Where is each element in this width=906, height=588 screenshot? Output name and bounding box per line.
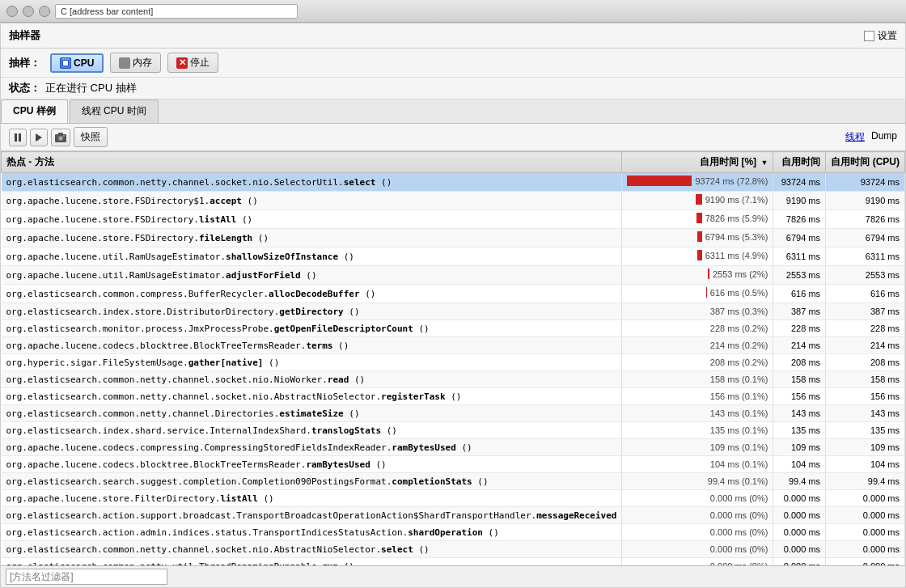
self-time-cell: 135 ms xyxy=(773,422,826,439)
table-row[interactable]: org.apache.lucene.store.FSDirectory$1.ac… xyxy=(2,192,905,210)
bar-cell: 214 ms (0.2%) xyxy=(622,337,773,354)
table-row[interactable]: org.elasticsearch.common.netty.channel.s… xyxy=(2,173,905,192)
table-row[interactable]: org.elasticsearch.common.compress.Buffer… xyxy=(2,285,905,303)
resume-button[interactable] xyxy=(30,129,48,146)
self-time-cell: 616 ms xyxy=(773,285,826,303)
self-pct-value: 2553 ms (2%) xyxy=(713,269,768,279)
method-cell: org.apache.lucene.util.RamUsageEstimator… xyxy=(2,247,622,266)
cpu-icon xyxy=(60,57,71,69)
cpu-svg-icon xyxy=(61,58,70,68)
table-row[interactable]: org.elasticsearch.action.admin.indices.s… xyxy=(2,524,905,541)
self-cpu-cell: 104 ms xyxy=(826,456,905,473)
self-pct-value: 616 ms (0.5%) xyxy=(710,288,768,298)
self-cpu-cell: 158 ms xyxy=(826,371,905,388)
self-pct-value: 214 ms (0.2%) xyxy=(710,341,768,350)
svg-rect-10 xyxy=(58,133,63,135)
method-cell: org.elasticsearch.monitor.process.JmxPro… xyxy=(2,320,622,337)
thread-link[interactable]: 线程 xyxy=(845,130,865,144)
cpu-button[interactable]: CPU xyxy=(50,53,104,73)
self-cpu-cell: 0.000 ms xyxy=(826,490,905,507)
table-row[interactable]: org.elasticsearch.common.netty.channel.s… xyxy=(2,371,905,388)
bar-cell: 0.000 ms (0%) xyxy=(622,541,773,558)
controls-left: 快照 xyxy=(9,127,108,147)
self-time-cell: 93724 ms xyxy=(773,173,826,192)
cpu-btn-label: CPU xyxy=(74,57,94,69)
self-time-cell: 0.000 ms xyxy=(773,507,826,524)
settings-checkbox[interactable] xyxy=(864,31,874,41)
table-row[interactable]: org.apache.lucene.util.RamUsageEstimator… xyxy=(2,247,905,266)
snapshot-button[interactable]: 快照 xyxy=(74,127,108,147)
camera-button[interactable] xyxy=(51,129,70,146)
titlebar-btn-3[interactable] xyxy=(39,6,50,17)
bar-cell: 9190 ms (7.1%) xyxy=(622,192,773,210)
method-cell: org.elasticsearch.common.netty.channel.s… xyxy=(2,371,622,388)
self-cpu-cell: 135 ms xyxy=(826,422,905,439)
table-row[interactable]: org.elasticsearch.common.netty.channel.s… xyxy=(2,388,905,405)
table-row[interactable]: org.elasticsearch.monitor.process.JmxPro… xyxy=(2,320,905,337)
table-row[interactable]: org.apache.lucene.store.FilterDirectory.… xyxy=(2,490,905,507)
titlebar-btn-2[interactable] xyxy=(23,6,34,17)
table-row[interactable]: org.apache.lucene.codecs.blocktree.Block… xyxy=(2,337,905,354)
table-row[interactable]: org.elasticsearch.common.netty.channel.D… xyxy=(2,405,905,422)
self-pct-value: 135 ms (0.1%) xyxy=(710,425,768,435)
method-cell: org.apache.lucene.store.FilterDirectory.… xyxy=(2,490,622,507)
method-cell: org.elasticsearch.index.store.Distributo… xyxy=(2,303,622,320)
stop-btn-label: 停止 xyxy=(190,56,210,70)
bar-cell: 109 ms (0.1%) xyxy=(622,439,773,456)
svg-point-11 xyxy=(63,135,65,137)
memory-icon xyxy=(119,57,130,69)
dump-label[interactable]: Dump xyxy=(871,130,897,144)
method-cell: org.elasticsearch.search.suggest.complet… xyxy=(2,473,622,490)
settings-area: 设置 xyxy=(864,29,897,43)
progress-bar xyxy=(627,176,692,186)
titlebar-btn-1[interactable] xyxy=(6,6,18,17)
col-header-self-pct[interactable]: 自用时间 [%] ▼ xyxy=(622,152,773,173)
table-row[interactable]: org.apache.lucene.codecs.compressing.Com… xyxy=(2,439,905,456)
self-time-cell: 228 ms xyxy=(773,320,826,337)
table-row[interactable]: org.elasticsearch.index.shard.service.In… xyxy=(2,422,905,439)
self-time-cell: 0.000 ms xyxy=(773,541,826,558)
table-row[interactable]: org.apache.lucene.store.FSDirectory.list… xyxy=(2,210,905,229)
tab-thread-cpu-time[interactable]: 线程 CPU 时间 xyxy=(70,99,159,123)
table-row[interactable]: org.elasticsearch.index.store.Distributo… xyxy=(2,303,905,320)
table-row[interactable]: org.elasticsearch.search.suggest.complet… xyxy=(2,473,905,490)
bar-cell: 0.000 ms (0%) xyxy=(622,524,773,541)
data-table-container[interactable]: 热点 - 方法 自用时间 [%] ▼ 自用时间 自用时间 (CPU) org.e… xyxy=(1,151,905,565)
self-time-cell: 2553 ms xyxy=(773,266,826,285)
method-filter-input[interactable] xyxy=(6,569,167,585)
table-row[interactable]: org.elasticsearch.common.netty.util.Thre… xyxy=(2,558,905,566)
tabs-row: CPU 样例 线程 CPU 时间 xyxy=(1,99,905,124)
tab-cpu-sample[interactable]: CPU 样例 xyxy=(1,99,68,123)
progress-bar xyxy=(697,231,702,242)
self-cpu-cell: 214 ms xyxy=(826,337,905,354)
pause-button[interactable] xyxy=(9,129,27,146)
table-row[interactable]: org.apache.lucene.codecs.blocktree.Block… xyxy=(2,456,905,473)
method-cell: org.elasticsearch.common.netty.channel.s… xyxy=(2,541,622,558)
table-row[interactable]: org.apache.lucene.store.FSDirectory.file… xyxy=(2,229,905,247)
table-row[interactable]: org.apache.lucene.util.RamUsageEstimator… xyxy=(2,266,905,285)
self-time-cell: 0.000 ms xyxy=(773,490,826,507)
status-row: 状态： 正在进行 CPU 抽样 xyxy=(1,78,905,99)
table-row[interactable]: org.elasticsearch.action.support.broadca… xyxy=(2,507,905,524)
table-row[interactable]: org.hyperic.sigar.FileSystemUsage.gather… xyxy=(2,354,905,371)
svg-rect-5 xyxy=(15,133,17,142)
table-row[interactable]: org.elasticsearch.common.netty.channel.s… xyxy=(2,541,905,558)
self-pct-value: 208 ms (0.2%) xyxy=(710,357,768,367)
col-header-self-time[interactable]: 自用时间 xyxy=(773,152,826,173)
bar-cell: 228 ms (0.2%) xyxy=(622,320,773,337)
self-cpu-cell: 0.000 ms xyxy=(826,507,905,524)
bar-cell: 93724 ms (72.8%) xyxy=(622,173,773,192)
method-cell: org.elasticsearch.common.netty.channel.s… xyxy=(2,173,622,192)
self-time-cell: 387 ms xyxy=(773,303,826,320)
self-cpu-cell: 387 ms xyxy=(826,303,905,320)
self-time-cell: 99.4 ms xyxy=(773,473,826,490)
memory-button[interactable]: 内存 xyxy=(110,53,161,73)
stop-icon: ✕ xyxy=(176,57,188,69)
mem-btn-label: 内存 xyxy=(133,56,152,70)
controls-row: 快照 线程 Dump xyxy=(1,124,905,151)
status-text: 正在进行 CPU 抽样 xyxy=(45,81,137,95)
stop-button[interactable]: ✕ 停止 xyxy=(167,53,218,73)
method-cell: org.apache.lucene.store.FSDirectory.file… xyxy=(2,229,622,247)
bar-cell: 99.4 ms (0.1%) xyxy=(622,473,773,490)
self-time-cell: 143 ms xyxy=(773,405,826,422)
